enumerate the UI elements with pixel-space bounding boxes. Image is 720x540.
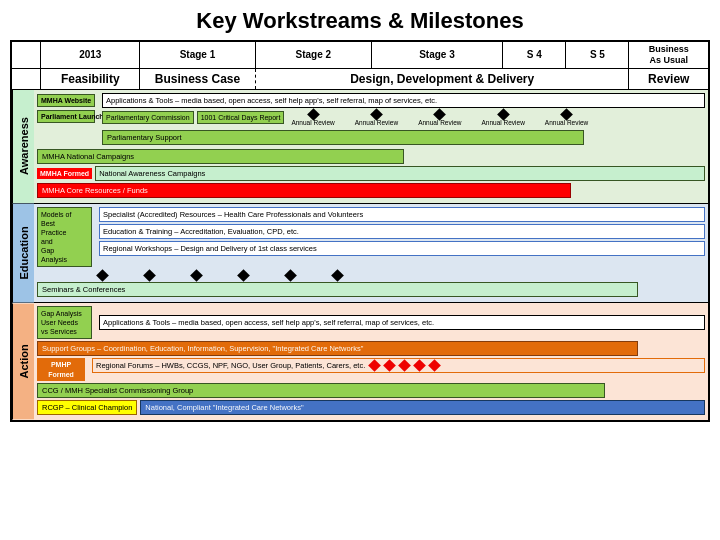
parliament-launch-box: Parliament Launch	[37, 110, 95, 123]
edu-diamond-3	[190, 269, 203, 282]
mmha-formed-row: MMHA Formed National Awareness Campaigns	[37, 166, 705, 181]
parl-commission-box: Parliamentary Commission	[102, 111, 194, 124]
edu-diamond-2	[143, 269, 156, 282]
education-lines: Specialist (Accredited) Resources – Heal…	[99, 207, 705, 256]
national-awareness-bar: National Awareness Campaigns	[95, 166, 705, 181]
mmha-core-bar: MMHA Core Resources / Funds	[37, 183, 571, 198]
phase-review: Review	[629, 68, 708, 89]
education-row: Education Models of Best Practice and Ga…	[12, 204, 708, 304]
action-label: Action	[12, 303, 34, 419]
annual-reviews-row: Annual Review Annual Review Annual Revie…	[291, 110, 588, 126]
annual-review-5: Annual Review	[545, 110, 588, 126]
awareness-row: Awareness MMHA Website Applications & To…	[12, 90, 708, 204]
parl-support-bar: Parliamentary Support	[102, 130, 584, 145]
ccg-bar: CCG / MMH Specialist Commissioning Group	[37, 383, 605, 398]
edu-diamond-6	[331, 269, 344, 282]
education-training-line: Education & Training – Accreditation, Ev…	[99, 224, 705, 239]
main-table: 2013 Stage 1 Stage 2 Stage 3 S 4 S 5 Bus…	[10, 40, 710, 422]
rcgp-box: RCGP – Clinical Champion	[37, 400, 137, 415]
commission-row: Parliamentary Commission 1001 Critical D…	[102, 110, 705, 126]
annual-review-4: Annual Review	[481, 110, 524, 126]
commission-col: Parliamentary Commission 1001 Critical D…	[102, 110, 705, 147]
action-row3: PMHP Formed Regional Forums – HWBs, CCGS…	[37, 358, 705, 380]
action-right-col: Regional Forums – HWBs, CCGS, NPF, NGO, …	[92, 358, 705, 373]
pmhp-formed-box: PMHP Formed	[37, 358, 85, 380]
rf-diamond-5	[428, 360, 441, 373]
page-title: Key Workstreams & Milestones	[10, 8, 710, 34]
education-label: Education	[12, 204, 34, 303]
education-content: Models of Best Practice and Gap Analysis…	[34, 204, 708, 303]
header-business: BusinessAs Usual	[629, 42, 708, 68]
phase-feasibility: Feasibility	[41, 68, 140, 89]
header-s5: S 5	[566, 42, 629, 68]
header-stage1: Stage 1	[140, 42, 256, 68]
critical-days-box: 1001 Critical Days Report	[197, 111, 285, 124]
header-stage2: Stage 2	[255, 42, 371, 68]
action-bottom-row: RCGP – Clinical Champion National, Compl…	[37, 400, 705, 415]
national-campaigns-bar: MMHA National Campaigns	[37, 149, 404, 164]
rf-diamond-2	[383, 360, 396, 373]
rf-diamond-4	[413, 360, 426, 373]
regional-workshops-line: Regional Workshops – Design and Delivery…	[99, 241, 705, 256]
phase-bizcase: Business Case	[140, 68, 256, 89]
page: Key Workstreams & Milestones 2013 Stage …	[0, 0, 720, 540]
edu-diamond-5	[284, 269, 297, 282]
annual-review-2: Annual Review	[355, 110, 398, 126]
rf-diamond-3	[398, 360, 411, 373]
models-best-practice-box: Models of Best Practice and Gap Analysis	[37, 207, 92, 268]
header-stage3: Stage 3	[371, 42, 503, 68]
applications-tools-bar: Applications & Tools – media based, open…	[102, 93, 705, 108]
action-row: Action Gap Analysis User Needs vs Servic…	[12, 303, 708, 419]
header-s4: S 4	[503, 42, 566, 68]
header-2013: 2013	[41, 42, 140, 68]
body-sections: Awareness MMHA Website Applications & To…	[12, 90, 708, 420]
education-diamonds-row	[37, 269, 705, 282]
awareness-row2: Parliament Launch Parliamentary Commissi…	[37, 110, 705, 147]
parliament-col: Parliament Launch	[37, 110, 95, 125]
awareness-label: Awareness	[12, 90, 34, 203]
phase-ddd: Design, Development & Delivery	[255, 68, 629, 89]
mmha-formed-box: MMHA Formed	[37, 168, 92, 179]
awareness-row1: MMHA Website Applications & Tools – medi…	[37, 93, 705, 108]
seminars-bar: Seminars & Conferences	[37, 282, 638, 297]
action-content: Gap Analysis User Needs vs Services Appl…	[34, 303, 708, 419]
annual-review-1: Annual Review	[291, 110, 334, 126]
annual-review-3: Annual Review	[418, 110, 461, 126]
national-compliant-box: National, Compliant "Integrated Care Net…	[140, 400, 705, 415]
edu-diamond-4	[237, 269, 250, 282]
support-groups-bar: Support Groups – Coordination, Education…	[37, 341, 638, 356]
education-main-row: Models of Best Practice and Gap Analysis…	[37, 207, 705, 268]
edu-diamond-1	[96, 269, 109, 282]
mmha-website-box: MMHA Website	[37, 94, 95, 107]
rf-diamond-1	[368, 360, 381, 373]
specialist-resources-line: Specialist (Accredited) Resources – Heal…	[99, 207, 705, 222]
gap-analysis-box: Gap Analysis User Needs vs Services	[37, 306, 92, 339]
action-row1: Gap Analysis User Needs vs Services Appl…	[37, 306, 705, 339]
awareness-content: MMHA Website Applications & Tools – medi…	[34, 90, 708, 203]
regional-forums-bar: Regional Forums – HWBs, CCGS, NPF, NGO, …	[92, 358, 705, 373]
action-apps-tools-bar: Applications & Tools – media based, open…	[99, 315, 705, 330]
